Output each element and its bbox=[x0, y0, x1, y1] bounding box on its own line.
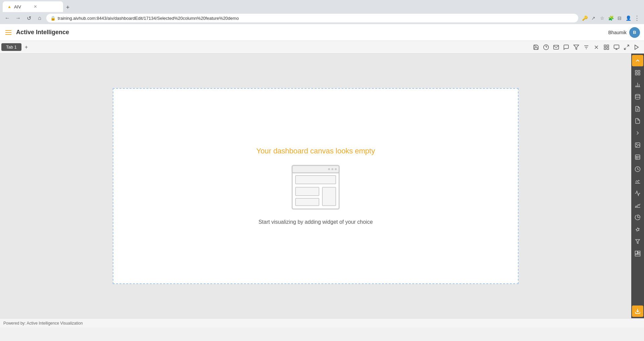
svg-rect-25 bbox=[322, 187, 336, 206]
footer: Powered by: Active Intelligence Visualiz… bbox=[0, 318, 644, 328]
sidebar-table-icon[interactable] bbox=[632, 151, 643, 163]
svg-point-20 bbox=[328, 168, 330, 170]
close-tab-button[interactable]: × bbox=[34, 4, 37, 10]
bookmark-icon[interactable]: ☆ bbox=[598, 14, 606, 22]
sidebar-scatter-icon[interactable] bbox=[632, 224, 643, 235]
svg-point-53 bbox=[639, 228, 639, 229]
user-avatar[interactable]: B bbox=[629, 27, 640, 38]
sidebar-area-chart-icon[interactable] bbox=[632, 200, 643, 211]
svg-point-35 bbox=[635, 94, 640, 96]
sidebar-move-up-icon[interactable] bbox=[632, 55, 643, 66]
svg-rect-9 bbox=[607, 45, 609, 47]
empty-canvas-icon bbox=[289, 162, 342, 212]
play-icon[interactable] bbox=[632, 43, 641, 52]
nav-back-button[interactable]: ← bbox=[3, 14, 11, 22]
sidebar-combo-chart-icon[interactable] bbox=[632, 176, 643, 187]
new-tab-button[interactable]: + bbox=[63, 3, 72, 12]
sidebar-bar-chart-icon[interactable] bbox=[632, 79, 643, 90]
grid-view-icon[interactable] bbox=[602, 43, 611, 52]
sidebar-download-icon[interactable] bbox=[632, 305, 643, 317]
svg-marker-2 bbox=[574, 45, 579, 50]
svg-point-52 bbox=[637, 230, 637, 231]
svg-rect-27 bbox=[635, 70, 637, 72]
app-header: Active Intelligence Bhaumik B bbox=[0, 24, 644, 41]
username: Bhaumik bbox=[608, 30, 627, 35]
sidebar-doc-icon[interactable] bbox=[632, 115, 643, 127]
svg-point-49 bbox=[636, 229, 637, 230]
canvas-area: Your dashboard canvas looks empty bbox=[0, 54, 631, 318]
tab1-button[interactable]: Tab 1 bbox=[1, 43, 21, 51]
sidebar-treemap-icon[interactable] bbox=[632, 248, 643, 259]
url-text: training.aivhub.com:8443/aiv/dashboardEd… bbox=[58, 16, 239, 21]
sidebar-funnel-icon[interactable] bbox=[632, 236, 643, 247]
svg-rect-12 bbox=[614, 45, 619, 49]
empty-canvas-title: Your dashboard canvas looks empty bbox=[256, 147, 375, 155]
svg-marker-17 bbox=[635, 45, 639, 50]
share-icon[interactable]: ↗ bbox=[590, 14, 597, 22]
nav-reload-button[interactable]: ↺ bbox=[25, 14, 33, 22]
hamburger-menu-button[interactable] bbox=[4, 29, 13, 36]
add-tab-button[interactable]: + bbox=[23, 44, 30, 51]
filter2-icon[interactable] bbox=[582, 43, 591, 52]
filter1-icon[interactable] bbox=[572, 43, 581, 52]
svg-rect-57 bbox=[635, 254, 640, 256]
svg-point-50 bbox=[637, 228, 638, 228]
profile-icon[interactable]: 👤 bbox=[625, 14, 632, 22]
app-title: Active Intelligence bbox=[16, 29, 69, 36]
sidebar-data-icon[interactable] bbox=[632, 91, 643, 103]
sidebar-clock-icon[interactable] bbox=[632, 163, 643, 175]
right-sidebar bbox=[631, 54, 644, 318]
svg-rect-10 bbox=[607, 48, 609, 49]
sidebar-report-icon[interactable] bbox=[632, 103, 643, 115]
nav-forward-button[interactable]: → bbox=[14, 14, 22, 22]
tab-favicon: ▲ bbox=[7, 4, 11, 9]
comment-icon[interactable] bbox=[561, 43, 571, 52]
user-section: Bhaumik B bbox=[608, 27, 640, 38]
svg-rect-24 bbox=[296, 187, 319, 196]
svg-point-39 bbox=[636, 144, 637, 144]
nav-home-button[interactable]: ⌂ bbox=[36, 14, 44, 22]
tab-title: AIV bbox=[14, 4, 21, 9]
more-menu-button[interactable]: ⋮ bbox=[633, 14, 641, 22]
svg-point-22 bbox=[335, 168, 337, 170]
svg-rect-26 bbox=[296, 198, 319, 206]
svg-rect-30 bbox=[635, 73, 637, 75]
lock-icon: 🔒 bbox=[50, 16, 56, 21]
svg-point-21 bbox=[331, 168, 333, 170]
svg-line-16 bbox=[624, 48, 626, 49]
svg-rect-28 bbox=[638, 70, 640, 72]
svg-rect-40 bbox=[635, 155, 640, 159]
svg-rect-29 bbox=[638, 73, 640, 75]
footer-text: Powered by: Active Intelligence Visualiz… bbox=[3, 321, 83, 326]
browser-tab[interactable]: ▲ AIV × bbox=[3, 1, 63, 12]
svg-rect-55 bbox=[638, 251, 640, 253]
svg-rect-11 bbox=[604, 48, 606, 49]
expand-icon[interactable] bbox=[622, 43, 631, 52]
dashboard-canvas[interactable]: Your dashboard canvas looks empty bbox=[113, 88, 519, 284]
svg-rect-54 bbox=[635, 251, 638, 254]
sidebar-dashboard-icon[interactable] bbox=[632, 67, 643, 78]
svg-line-15 bbox=[627, 45, 629, 47]
monitor-icon[interactable] bbox=[612, 43, 621, 52]
svg-point-51 bbox=[638, 230, 639, 230]
key-icon[interactable]: 🔑 bbox=[581, 14, 588, 22]
svg-rect-8 bbox=[604, 45, 606, 47]
crossfilter-icon[interactable] bbox=[592, 43, 601, 52]
help-icon[interactable] bbox=[541, 43, 551, 52]
mail-icon[interactable] bbox=[551, 43, 561, 52]
sidebar-bracket-icon[interactable] bbox=[632, 127, 643, 139]
svg-rect-23 bbox=[296, 176, 336, 184]
toolbar: Tab 1 + bbox=[0, 41, 644, 54]
address-bar[interactable]: 🔒 training.aivhub.com:8443/aiv/dashboard… bbox=[46, 14, 578, 22]
sidebar-image-icon[interactable] bbox=[632, 139, 643, 151]
sidebar-pie-chart-icon[interactable] bbox=[632, 212, 643, 223]
sidebar-line-chart-icon[interactable] bbox=[632, 188, 643, 199]
empty-canvas-subtitle: Start visualizing by adding widget of yo… bbox=[259, 219, 373, 225]
save-icon[interactable] bbox=[531, 43, 541, 52]
extension-icon[interactable]: 🧩 bbox=[607, 14, 614, 22]
splitscreen-icon[interactable]: ⊟ bbox=[616, 14, 623, 22]
